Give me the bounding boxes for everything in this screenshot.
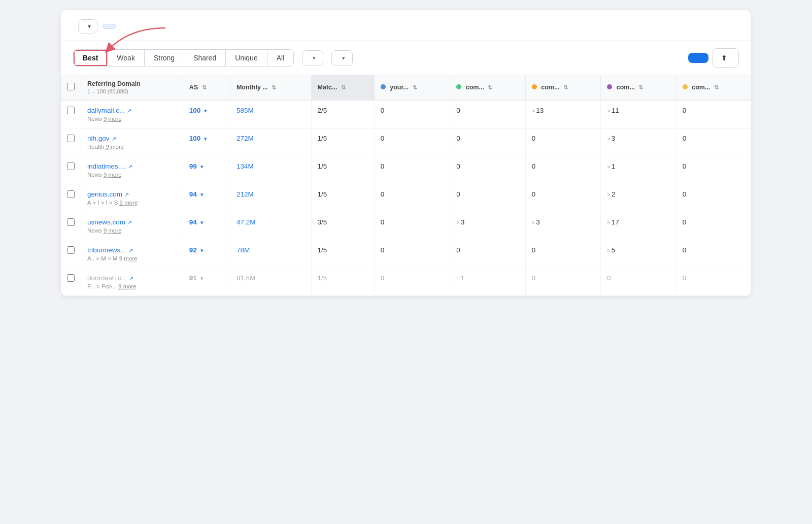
table-row: tribunnews...↗ A.. > M > M 9 more 92 ▾ 7… bbox=[61, 240, 751, 268]
your-color-dot bbox=[381, 84, 386, 89]
row-checkbox-cell[interactable] bbox=[61, 128, 81, 156]
domain-link[interactable]: dailymail.c... bbox=[87, 107, 125, 114]
table-wrapper: Referring Domain 1 – 100 (85,080) AS ⇅ M… bbox=[61, 75, 751, 296]
col-match[interactable]: Matc... ⇅ bbox=[311, 75, 374, 100]
more-tags-link[interactable]: 9 more bbox=[104, 227, 122, 234]
col-as[interactable]: AS ⇅ bbox=[183, 75, 230, 100]
gt-icon: > bbox=[607, 108, 610, 114]
row-checkbox[interactable] bbox=[67, 218, 75, 226]
row-checkbox-cell[interactable] bbox=[61, 240, 81, 268]
monthly-value: 81.5M bbox=[236, 274, 256, 282]
export-button[interactable]: ⬆ bbox=[713, 48, 739, 68]
row-checkbox[interactable] bbox=[67, 274, 75, 282]
row-checkbox[interactable] bbox=[67, 246, 75, 254]
comp3-color-dot bbox=[607, 84, 612, 89]
row-checkbox[interactable] bbox=[67, 135, 75, 142]
monthly-value: 585M bbox=[236, 107, 254, 114]
row-checkbox[interactable] bbox=[67, 190, 75, 198]
sort-icon[interactable]: ⇅ bbox=[202, 84, 207, 90]
monthly-value: 212M bbox=[236, 190, 254, 198]
domain-link[interactable]: usnews.com bbox=[87, 218, 125, 226]
sort-icon[interactable]: ⇅ bbox=[714, 84, 719, 90]
select-all-checkbox[interactable] bbox=[67, 83, 75, 90]
row-checkbox-cell[interactable] bbox=[61, 100, 81, 128]
comp1-cell: 0 bbox=[450, 128, 525, 156]
col-your[interactable]: your... ⇅ bbox=[374, 75, 450, 100]
start-outreach-button[interactable] bbox=[688, 53, 708, 63]
external-link-icon[interactable]: ↗ bbox=[112, 136, 116, 142]
gt-icon: > bbox=[532, 219, 535, 225]
more-tags-link[interactable]: 9 more bbox=[118, 283, 137, 289]
more-tags-link[interactable]: 9 more bbox=[120, 200, 138, 206]
as-chevron-icon[interactable]: ▾ bbox=[204, 108, 207, 114]
as-chevron-icon[interactable]: ▾ bbox=[200, 219, 204, 225]
sort-icon[interactable]: ⇅ bbox=[488, 84, 492, 90]
tab-all[interactable]: All bbox=[267, 50, 294, 66]
chevron-down-icon: ▾ bbox=[88, 23, 91, 30]
comp3-cell: >5 bbox=[601, 240, 676, 268]
domain-link[interactable]: nih.gov bbox=[87, 135, 110, 142]
external-link-icon[interactable]: ↗ bbox=[124, 191, 129, 198]
sort-icon[interactable]: ⇅ bbox=[638, 84, 643, 90]
as-cell: 99 ▾ bbox=[183, 156, 230, 184]
domain-link[interactable]: doordash.c... bbox=[87, 274, 127, 282]
as-chevron-icon[interactable]: ▾ bbox=[200, 163, 204, 170]
as-chevron-icon[interactable]: ▾ bbox=[200, 247, 204, 253]
domain-link[interactable]: genius.com bbox=[87, 190, 122, 198]
comp2-cell: 0 bbox=[525, 240, 600, 268]
more-tags-link[interactable]: 9 more bbox=[104, 116, 122, 122]
col-comp1[interactable]: com... ⇅ bbox=[450, 75, 525, 100]
your-cell: 0 bbox=[374, 184, 450, 212]
select-all-header[interactable] bbox=[61, 75, 81, 100]
row-checkbox[interactable] bbox=[67, 107, 75, 114]
main-container: ▾ Best Weak Strong Shared Unique All bbox=[61, 10, 751, 296]
tab-unique[interactable]: Unique bbox=[226, 50, 267, 66]
comp1-cell: 0 bbox=[450, 240, 525, 268]
external-link-icon[interactable]: ↗ bbox=[127, 219, 132, 225]
as-value: 91 bbox=[189, 274, 197, 282]
sort-icon[interactable]: ⇅ bbox=[563, 84, 568, 90]
domain-link[interactable]: tribunnews... bbox=[87, 246, 126, 254]
match-cell: 1/5 bbox=[311, 156, 374, 184]
tab-weak[interactable]: Weak bbox=[108, 50, 145, 66]
row-checkbox-cell[interactable] bbox=[61, 268, 81, 296]
authority-score-filter[interactable]: ▾ bbox=[302, 50, 323, 66]
as-chevron-icon[interactable]: ▾ bbox=[200, 191, 204, 198]
as-value: 100 bbox=[189, 107, 201, 114]
sort-icon[interactable]: ⇅ bbox=[272, 84, 276, 90]
more-tags-link[interactable]: 9 more bbox=[106, 144, 124, 150]
comp1-cell: 0 bbox=[450, 184, 525, 212]
your-cell: 0 bbox=[374, 100, 450, 128]
external-link-icon[interactable]: ↗ bbox=[128, 163, 132, 170]
domain-link[interactable]: indiatimes.... bbox=[87, 162, 126, 170]
domain-cell: indiatimes....↗ News 9 more bbox=[81, 156, 183, 184]
sort-icon[interactable]: ⇅ bbox=[413, 84, 417, 90]
advanced-filters-button[interactable]: ▾ bbox=[331, 50, 353, 66]
more-tags-link[interactable]: 9 more bbox=[119, 255, 138, 261]
row-checkbox-cell[interactable] bbox=[61, 184, 81, 212]
external-link-icon[interactable]: ↗ bbox=[127, 108, 131, 114]
as-chevron-icon[interactable]: ▾ bbox=[204, 136, 207, 142]
row-checkbox-cell[interactable] bbox=[61, 156, 81, 184]
tab-best[interactable]: Best bbox=[74, 50, 108, 66]
comp4-cell: 0 bbox=[676, 156, 751, 184]
tab-strong[interactable]: Strong bbox=[145, 50, 184, 66]
site-dropdown[interactable]: ▾ bbox=[78, 19, 97, 34]
col-monthly[interactable]: Monthly ... ⇅ bbox=[230, 75, 311, 100]
table-row: nih.gov↗ Health 9 more 100 ▾ 272M 1/5000… bbox=[61, 128, 751, 156]
row-checkbox[interactable] bbox=[67, 162, 75, 170]
header: ▾ bbox=[61, 10, 751, 41]
more-tags-link[interactable]: 9 more bbox=[104, 172, 122, 178]
as-chevron-icon[interactable]: ▾ bbox=[200, 275, 204, 281]
gt-icon: > bbox=[456, 219, 459, 225]
col-comp2[interactable]: com... ⇅ bbox=[525, 75, 600, 100]
col-comp4[interactable]: com... ⇅ bbox=[676, 75, 751, 100]
comp4-cell: 0 bbox=[676, 212, 751, 240]
external-link-icon[interactable]: ↗ bbox=[129, 275, 133, 281]
row-checkbox-cell[interactable] bbox=[61, 212, 81, 240]
match-cell: 1/5 bbox=[311, 240, 374, 268]
sort-icon[interactable]: ⇅ bbox=[341, 84, 346, 90]
external-link-icon[interactable]: ↗ bbox=[128, 247, 133, 253]
tab-shared[interactable]: Shared bbox=[184, 50, 226, 66]
col-comp3[interactable]: com... ⇅ bbox=[601, 75, 676, 100]
